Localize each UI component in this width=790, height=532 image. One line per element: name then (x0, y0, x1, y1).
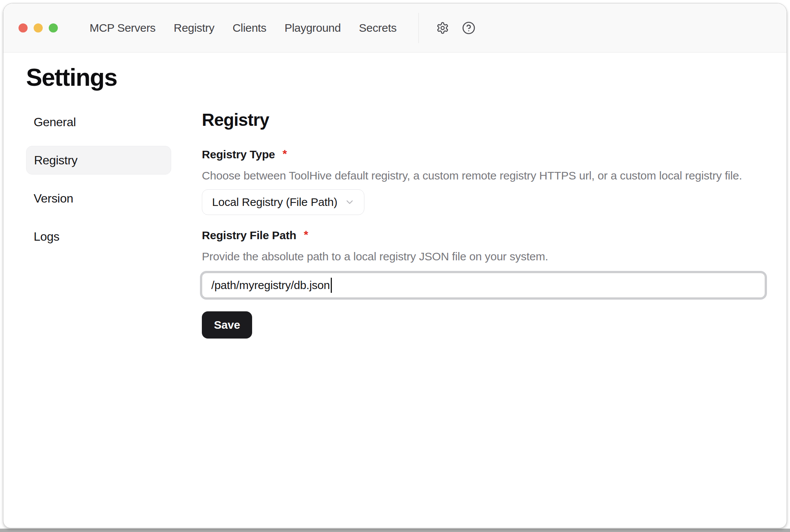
titlebar-divider (418, 13, 419, 43)
window-controls (19, 23, 58, 32)
settings-page: Settings General Registry Version Logs R… (3, 53, 787, 339)
registry-file-path-input[interactable]: /path/myregistry/db.json (202, 273, 765, 298)
nav-item-mcp-servers[interactable]: MCP Servers (90, 22, 156, 34)
registry-file-path-field: Registry File Path * Provide the absolut… (202, 228, 765, 298)
nav-item-playground[interactable]: Playground (285, 22, 341, 34)
nav-item-registry[interactable]: Registry (174, 22, 215, 34)
registry-type-field: Registry Type * Choose between ToolHive … (202, 147, 765, 215)
registry-file-path-label: Registry File Path (202, 228, 296, 243)
page-title: Settings (26, 63, 787, 92)
registry-type-dropdown[interactable]: Local Registry (File Path) (202, 189, 364, 215)
registry-type-description: Choose between ToolHive default registry… (202, 168, 765, 183)
titlebar: MCP Servers Registry Clients Playground … (3, 3, 787, 53)
sidebar-item-general[interactable]: General (26, 108, 171, 136)
app-window: MCP Servers Registry Clients Playground … (3, 3, 787, 528)
save-button[interactable]: Save (202, 311, 252, 339)
gear-icon (436, 22, 449, 34)
chevron-down-icon (344, 197, 355, 207)
registry-panel: Registry Registry Type * Choose between … (202, 108, 765, 339)
settings-layout: General Registry Version Logs Registry R… (26, 108, 787, 339)
required-asterisk: * (283, 147, 287, 161)
sidebar-item-version[interactable]: Version (26, 184, 171, 213)
registry-file-path-description: Provide the absolute path to a local reg… (202, 249, 765, 264)
main-nav: MCP Servers Registry Clients Playground … (90, 22, 397, 34)
zoom-button[interactable] (49, 23, 58, 32)
sidebar-item-registry[interactable]: Registry (26, 146, 171, 175)
text-caret (331, 278, 332, 293)
nav-item-secrets[interactable]: Secrets (359, 22, 397, 34)
sidebar-item-logs[interactable]: Logs (26, 222, 171, 251)
nav-item-clients[interactable]: Clients (232, 22, 266, 34)
registry-type-label: Registry Type (202, 147, 275, 162)
help-button[interactable] (462, 21, 476, 35)
dropdown-selected-value: Local Registry (File Path) (212, 196, 338, 209)
minimize-button[interactable] (34, 23, 43, 32)
desktop-background-strip (0, 529, 790, 532)
input-value: /path/myregistry/db.json (211, 279, 330, 292)
help-icon (462, 21, 476, 35)
settings-button[interactable] (436, 22, 449, 34)
panel-heading: Registry (202, 109, 765, 130)
required-asterisk: * (304, 228, 308, 241)
settings-sidebar: General Registry Version Logs (26, 108, 171, 339)
close-button[interactable] (19, 23, 28, 32)
